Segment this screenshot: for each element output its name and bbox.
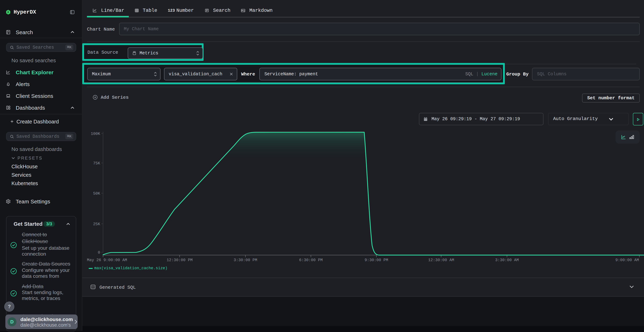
svg-text:75K: 75K	[93, 161, 100, 166]
svg-text:9:30:00 PM: 9:30:00 PM	[364, 258, 388, 262]
svg-text:0: 0	[98, 250, 100, 255]
svg-text:9:00:00 AM: 9:00:00 AM	[616, 258, 639, 262]
svg-text:50K: 50K	[93, 192, 100, 196]
svg-text:May 26 9:00:00 AM: May 26 9:00:00 AM	[87, 258, 127, 262]
svg-text:100K: 100K	[91, 132, 100, 136]
svg-text:3:30:00 AM: 3:30:00 AM	[495, 258, 519, 262]
svg-text:25K: 25K	[93, 222, 100, 226]
svg-text:12:30:00 AM: 12:30:00 AM	[428, 258, 454, 262]
svg-text:6:30:00 PM: 6:30:00 PM	[299, 258, 323, 262]
svg-text:3:30:00 PM: 3:30:00 PM	[234, 258, 257, 262]
svg-text:12:30:00 PM: 12:30:00 PM	[166, 258, 192, 262]
